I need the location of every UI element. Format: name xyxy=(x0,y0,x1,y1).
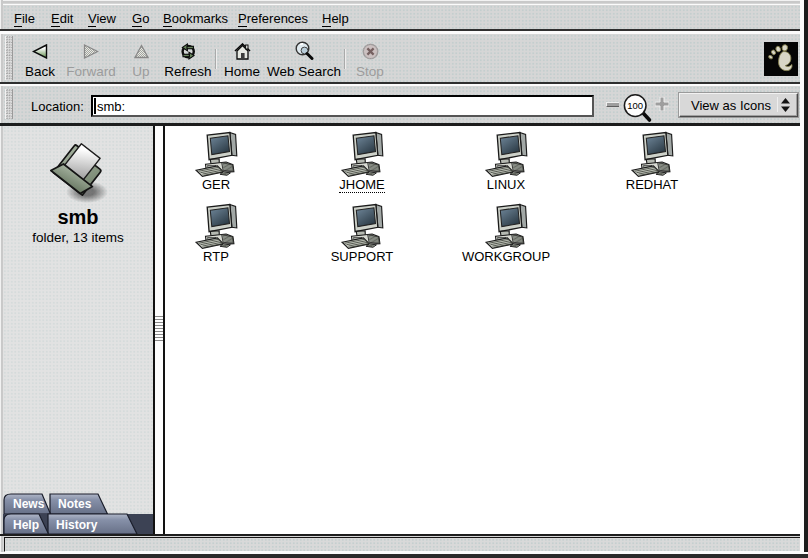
svg-text:Help: Help xyxy=(13,518,39,532)
svg-text:News: News xyxy=(13,497,45,511)
svg-text:History: History xyxy=(56,518,98,532)
svg-text:Notes: Notes xyxy=(58,497,92,511)
svg-text:100: 100 xyxy=(627,100,643,111)
